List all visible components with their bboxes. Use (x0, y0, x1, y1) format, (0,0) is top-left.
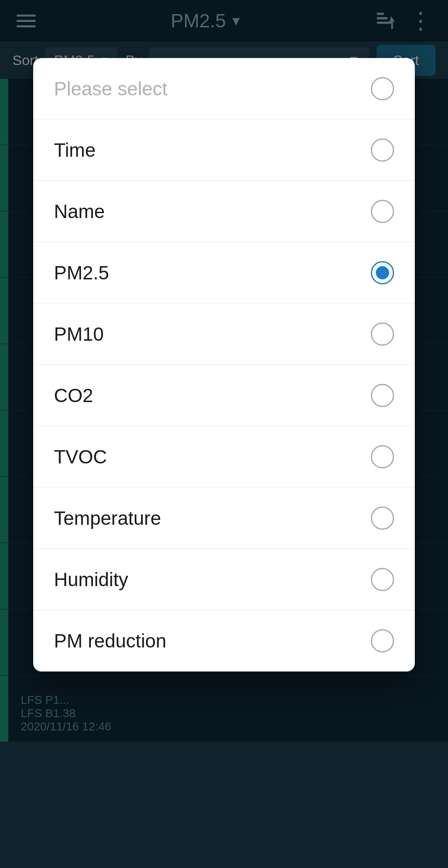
modal-item-label-pm-reduction: PM reduction (54, 630, 166, 652)
modal-item-label-tvoc: TVOC (54, 446, 107, 468)
modal-items-list: TimeNamePM2.5PM10CO2TVOCTemperatureHumid… (33, 119, 415, 672)
modal-item-label-co2: CO2 (54, 384, 93, 407)
modal-item-pm25[interactable]: PM2.5 (33, 242, 415, 303)
modal-overlay[interactable]: Please select TimeNamePM2.5PM10CO2TVOCTe… (0, 0, 448, 868)
modal-item-label-pm25: PM2.5 (54, 262, 109, 284)
modal-item-tvoc[interactable]: TVOC (33, 426, 415, 487)
modal-item-time[interactable]: Time (33, 119, 415, 181)
radio-humidity[interactable] (371, 568, 394, 591)
sort-option-modal: Please select TimeNamePM2.5PM10CO2TVOCTe… (33, 58, 415, 672)
modal-item-label-pm10: PM10 (54, 323, 104, 345)
modal-item-label-name: Name (54, 200, 105, 223)
radio-pm10[interactable] (371, 322, 394, 346)
modal-item-placeholder[interactable]: Please select (33, 58, 415, 119)
radio-pm-reduction[interactable] (371, 629, 394, 652)
radio-co2[interactable] (371, 384, 394, 407)
radio-name[interactable] (371, 200, 394, 223)
modal-item-label-time: Time (54, 139, 96, 161)
modal-item-pm10[interactable]: PM10 (33, 303, 415, 365)
radio-tvoc[interactable] (371, 445, 394, 468)
radio-placeholder[interactable] (371, 77, 394, 100)
placeholder-label: Please select (54, 78, 168, 100)
modal-item-label-temperature: Temperature (54, 507, 161, 529)
radio-temperature[interactable] (371, 507, 394, 530)
radio-time[interactable] (371, 138, 394, 162)
modal-item-humidity[interactable]: Humidity (33, 549, 415, 610)
modal-item-name[interactable]: Name (33, 181, 415, 242)
modal-item-label-humidity: Humidity (54, 568, 128, 591)
modal-item-temperature[interactable]: Temperature (33, 487, 415, 549)
radio-pm25[interactable] (371, 261, 394, 284)
modal-item-pm-reduction[interactable]: PM reduction (33, 610, 415, 672)
modal-item-co2[interactable]: CO2 (33, 365, 415, 426)
